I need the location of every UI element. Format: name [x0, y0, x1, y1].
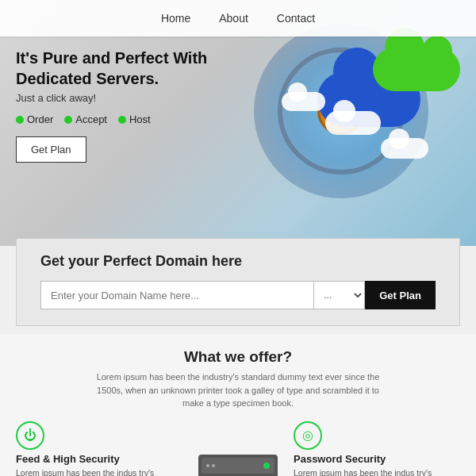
offer-left-column: ⏻ Feed & High Security Lorem ipsum has b…: [16, 421, 182, 477]
navigation: Home About Contact: [0, 0, 476, 36]
domain-section: Get your Perfect Domain here ... .com .n…: [16, 238, 460, 326]
hero-title: It's Pure and Perfect With Dedicated Ser…: [16, 48, 214, 89]
hero-section: It's Pure and Perfect With Dedicated Ser…: [0, 0, 476, 246]
cloud-white-1-icon: [325, 111, 381, 135]
dot-accept: [64, 116, 72, 124]
nav-home[interactable]: Home: [161, 12, 190, 25]
offer-title: What we offer?: [16, 348, 460, 366]
badge-accept: Accept: [64, 113, 107, 125]
domain-get-plan-button[interactable]: Get Plan: [365, 281, 436, 309]
domain-extension-select[interactable]: ... .com .net .org: [314, 281, 365, 309]
offer-item-feed-security-title: Feed & High Security: [16, 453, 182, 465]
hero-content: It's Pure and Perfect With Dedicated Ser…: [16, 48, 214, 163]
domain-input-row: ... .com .net .org Get Plan: [40, 281, 436, 309]
dot-order: [16, 116, 24, 124]
hero-subtitle: Just a click away!: [16, 92, 214, 104]
offer-section: What we offer? Lorem ipsum has been the …: [0, 334, 476, 476]
dot-host: [118, 116, 126, 124]
offer-description: Lorem ipsum has been the industry's stan…: [87, 370, 389, 410]
offer-server-illustration: [190, 421, 286, 477]
hero-badges: Order Accept Host: [16, 113, 214, 125]
domain-title: Get your Perfect Domain here: [40, 253, 436, 270]
badge-host: Host: [118, 113, 151, 125]
target-icon: ◎: [294, 421, 322, 450]
server-stack: [198, 455, 278, 477]
cloud-green-icon: [373, 48, 460, 91]
hero-get-plan-button[interactable]: Get Plan: [16, 136, 86, 163]
domain-name-input[interactable]: [40, 281, 314, 309]
server-unit-1: [202, 458, 274, 474]
offer-item-password-title: Password Security: [294, 453, 460, 465]
nav-contact[interactable]: Contact: [277, 12, 315, 25]
clouds-container: [270, 40, 460, 182]
nav-about[interactable]: About: [219, 12, 248, 25]
offer-item-password-security: ◎ Password Security Lorem ipsum has been…: [294, 421, 460, 477]
badge-order: Order: [16, 113, 53, 125]
offer-right-column: ◎ Password Security Lorem ipsum has been…: [294, 421, 460, 477]
server-dot-2: [212, 464, 215, 467]
cloud-white-2-icon: [282, 92, 325, 111]
offer-item-password-text: Lorem ipsum has been the indus try's sta…: [294, 467, 460, 477]
offer-item-feed-security-text: Lorem ipsum has been the indus try's sta…: [16, 467, 182, 477]
cloud-white-3-icon: [381, 138, 428, 159]
power-icon: ⏻: [16, 421, 44, 450]
offer-item-feed-security: ⏻ Feed & High Security Lorem ipsum has b…: [16, 421, 182, 477]
offer-grid: ⏻ Feed & High Security Lorem ipsum has b…: [16, 421, 460, 477]
server-dot-1: [206, 464, 209, 467]
